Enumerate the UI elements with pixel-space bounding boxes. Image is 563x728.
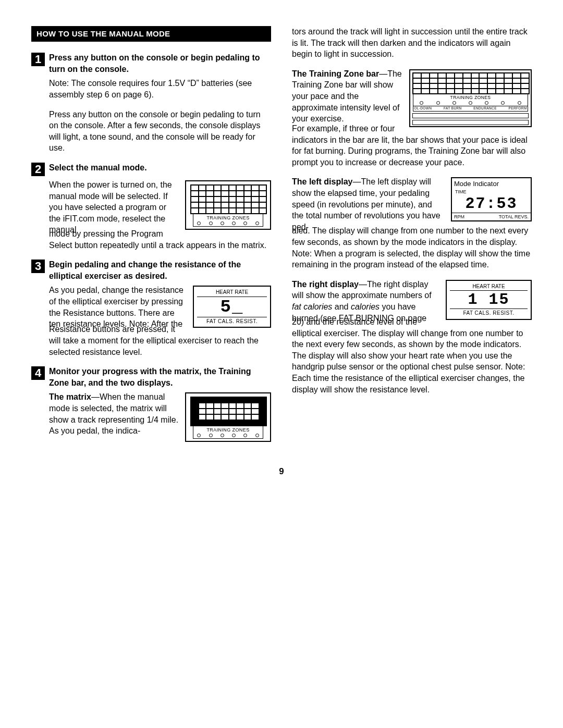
zone-dots-icon — [193, 434, 263, 438]
body-text: Note: The console requires four 1.5V “D”… — [49, 78, 271, 100]
label-text: TOTAL REVS. — [499, 214, 529, 220]
left-column: HOW TO USE THE MANUAL MODE 1 Press any b… — [31, 26, 271, 445]
mode-indicator-label: Mode Indicator — [452, 178, 531, 189]
label-text: PERFORM — [508, 106, 527, 111]
segment-value: 1 15 — [450, 291, 528, 309]
blank-strip — [412, 120, 529, 125]
step-2: 2 Select the manual mode. — [31, 162, 271, 176]
segment-value: 5_ — [197, 297, 267, 317]
matrix-display-figure: TRAINING ZONES — [185, 180, 271, 230]
label-text: HEART RATE — [197, 289, 267, 297]
body-text: As you pedal, change the resistance of t… — [49, 286, 183, 328]
step-title: Press any button on the console or begin… — [49, 52, 271, 75]
label-text: TRAINING ZONES — [206, 215, 249, 220]
right-display-figure: HEART RATE 1 15 FAT CALS. RESIST. — [446, 280, 532, 320]
bottom-labels: RPM TOTAL REVS. — [452, 213, 531, 220]
label-text: HEART RATE — [450, 283, 528, 291]
step-1: 1 Press any button on the console or beg… — [31, 52, 271, 75]
training-zone-section: TRAINING ZONES OL-DOWN FAT BURN ENDURANC… — [292, 68, 532, 130]
label-text: RPM — [454, 214, 464, 220]
body-text: When the power is turned on, the manual … — [49, 180, 172, 234]
step-4: 4 Monitor your progress with the matrix,… — [31, 366, 271, 388]
page-number: 9 — [31, 466, 532, 478]
left-display-figure: Mode Indicator TIME 27:53 RPM TOTAL REVS… — [451, 177, 532, 221]
blank-strip — [412, 113, 529, 118]
matrix-grid-icon — [412, 72, 530, 94]
matrix-grid-icon — [190, 184, 267, 214]
section-header: HOW TO USE THE MANUAL MODE — [31, 26, 271, 42]
body-text: 20) and the resistance level of the elli… — [292, 316, 532, 395]
body-text: and — [332, 302, 351, 311]
matrix-grid-icon — [190, 397, 267, 426]
step-number-badge: 2 — [31, 163, 45, 176]
body-text: Press any button on the console or begin… — [49, 109, 271, 154]
label-text: FAT BURN — [444, 106, 462, 111]
italic-text: calories — [351, 302, 380, 311]
step-body: TRAINING ZONES The matrix—When the manua… — [49, 391, 271, 445]
lead-text: The left display — [292, 177, 352, 186]
training-zones-label: TRAINING ZONES OL-DOWN FAT BURN ENDURANC… — [413, 94, 528, 112]
label-text: OL-DOWN — [414, 106, 432, 111]
left-display-section: Mode Indicator TIME 27:53 RPM TOTAL REVS… — [292, 176, 532, 232]
label-text: TRAINING ZONES — [206, 427, 249, 433]
body-text: aled. The display will change from one n… — [292, 225, 532, 270]
step-title: Monitor your progress with the matrix, t… — [49, 366, 271, 388]
lead-text: The Training Zone bar — [292, 69, 379, 78]
body-text: For example, if three or four indicators… — [292, 123, 532, 168]
lead-text: The right display — [292, 280, 359, 289]
segment-value: 27:53 — [452, 195, 531, 213]
step-title: Begin pedaling and change the resistance… — [49, 259, 271, 281]
step-body: TRAINING ZONES When the power is turned … — [49, 179, 271, 236]
zone-sublabels: OL-DOWN FAT BURN ENDURANCE PERFORM — [413, 106, 528, 111]
right-column: tors around the track will light in succ… — [292, 26, 532, 445]
label-text: ENDURANCE — [473, 106, 497, 111]
label-text: FAT CALS. RESIST. — [197, 317, 267, 325]
label-text: TRAINING ZONES — [450, 95, 491, 100]
label-text: FAT CALS. RESIST. — [450, 309, 528, 317]
body-text: mode by pressing the Program Select butt… — [49, 228, 271, 251]
step-3: 3 Begin pedaling and change the resistan… — [31, 259, 271, 281]
training-zones-label: TRAINING ZONES — [193, 214, 263, 227]
time-label: TIME — [452, 189, 531, 195]
step-title: Select the manual mode. — [49, 162, 147, 174]
training-zones-label: TRAINING ZONES — [193, 426, 263, 439]
matrix-display-figure: TRAINING ZONES — [185, 392, 271, 442]
body-text: tors around the track will light in succ… — [292, 26, 532, 60]
step-number-badge: 1 — [31, 53, 45, 66]
training-zone-figure: TRAINING ZONES OL-DOWN FAT BURN ENDURANC… — [409, 69, 532, 127]
zone-dots-icon — [413, 101, 528, 106]
step-number-badge: 3 — [31, 260, 45, 273]
zone-dots-icon — [193, 221, 263, 226]
step-number-badge: 4 — [31, 366, 45, 380]
body-text: Resistance buttons are pressed, it will … — [49, 324, 271, 357]
lead-text: The matrix — [49, 392, 91, 401]
page-columns: HOW TO USE THE MANUAL MODE 1 Press any b… — [31, 26, 532, 445]
italic-text: fat calories — [292, 302, 332, 311]
heart-rate-display-figure: HEART RATE 5_ FAT CALS. RESIST. — [193, 286, 271, 328]
